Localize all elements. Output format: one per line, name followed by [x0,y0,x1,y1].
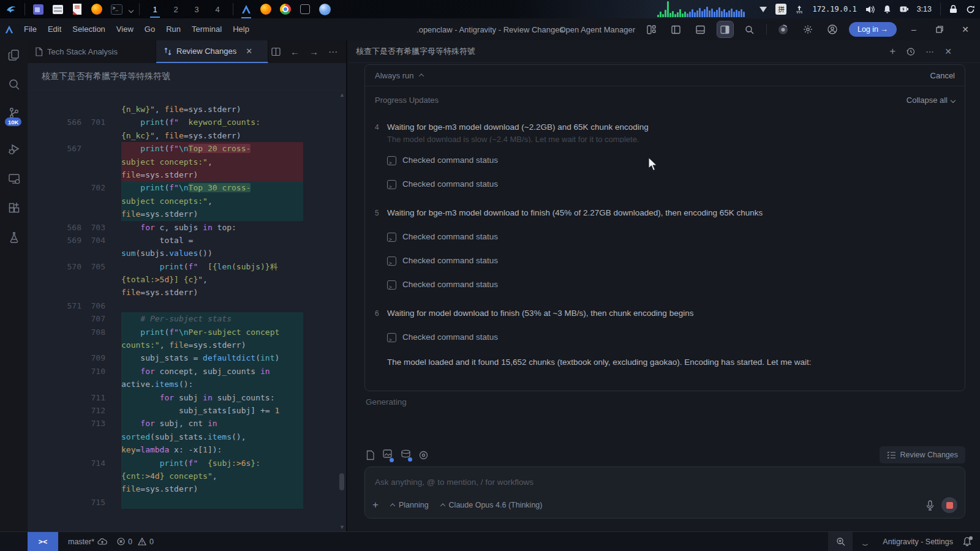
notifications-bell-icon[interactable] [883,5,891,13]
knowledge-icon[interactable] [401,449,411,460]
workspace-button[interactable]: 2 [170,4,181,15]
terminal-pinned-icon[interactable] [298,2,312,16]
volume-icon[interactable] [865,6,875,13]
vpn-triangle-icon[interactable] [760,7,767,12]
new-chat-icon[interactable]: + [889,45,895,58]
navigate-back-icon[interactable]: ← [290,47,300,57]
more-actions-icon[interactable]: ⋯ [328,47,337,58]
tab-tech-stack-analysis[interactable]: Tech Stack Analysis [28,40,156,63]
workspace-button[interactable]: 3 [191,4,202,15]
checked-command-row[interactable]: >Checked command status [387,178,955,190]
panel-close-icon[interactable]: ✕ [944,47,952,56]
checked-command-row[interactable]: >Checked command status [387,231,955,243]
close-window-button[interactable]: ✕ [957,21,974,38]
clock[interactable]: 3:13 [917,5,932,13]
graph-bar [694,12,696,17]
menu-selection[interactable]: Selection [67,18,110,40]
browser-icon[interactable] [775,21,791,37]
ip-address[interactable]: 172.19.0.1 [812,5,856,13]
menu-file[interactable]: File [18,18,42,40]
progress-item-title[interactable]: 5Waiting for bge-m3 model download to fi… [375,207,955,219]
search-sidebar-icon[interactable] [0,70,28,99]
cancel-button[interactable]: Cancel [930,71,955,80]
checked-command-row[interactable]: >Checked command status [387,279,955,291]
chat-input-box[interactable]: + Planning Claude Opus 4.6 (Thinking) [364,467,965,519]
attach-image-icon[interactable] [383,449,393,461]
git-branch-item[interactable]: master* [63,532,112,551]
input-method-icon[interactable]: 拼 [775,4,786,15]
terminal-dropdown-caret[interactable] [129,4,133,15]
antigravity-pinned-icon[interactable] [239,2,253,16]
progress-item-title[interactable]: 6Waiting for model download to finish (5… [375,307,955,320]
battery-icon[interactable] [900,6,908,13]
firefox-icon[interactable] [90,2,104,16]
run-debug-icon[interactable] [0,135,28,164]
chat-input[interactable] [375,474,955,489]
explorer-icon[interactable] [0,40,28,70]
settings-gear-icon[interactable] [800,21,816,37]
toggle-sidebar-icon[interactable] [668,21,684,37]
progress-item-title[interactable]: 4Waiting for bge-m3 model download (~2.2… [375,121,955,133]
attach-file-icon[interactable] [366,450,375,460]
search-icon[interactable] [742,21,758,37]
menu-terminal[interactable]: Terminal [186,18,227,40]
open-agent-manager-button[interactable]: Open Agent Manager [559,25,635,34]
model-selector[interactable]: Claude Opus 4.6 (Thinking) [441,501,543,509]
extensions-icon[interactable] [0,193,28,223]
layout-grid-icon[interactable] [644,21,660,37]
collapse-all-button[interactable]: Collapse all [907,96,955,105]
context-target-icon[interactable] [419,451,428,460]
mode-selector[interactable]: Planning [391,501,429,509]
menu-go[interactable]: Go [139,18,160,40]
logout-icon[interactable] [966,5,975,14]
zoom-status-icon[interactable] [828,532,853,551]
workspace-button[interactable]: 4 [212,4,223,15]
scroll-down-icon[interactable]: ▼ [339,524,345,530]
remote-explorer-icon[interactable] [0,164,28,193]
toggle-secondary-sidebar-icon[interactable] [717,21,733,37]
scroll-up-icon[interactable]: ▲ [339,92,345,98]
status-bell-icon[interactable] [958,532,980,551]
checked-command-row[interactable]: >Checked command status [387,154,955,167]
network-upload-icon[interactable] [795,5,804,13]
panel-more-icon[interactable]: ⋯ [925,47,934,56]
problems-item[interactable]: 0 0 [112,532,159,551]
editor-scrollbar[interactable]: ▲ ▼ [337,91,346,531]
menu-edit[interactable]: Edit [42,18,67,40]
split-editor-icon[interactable] [271,47,281,56]
firefox-pinned-icon[interactable] [259,2,273,16]
remote-indicator[interactable]: >< [28,532,58,551]
always-run-dropdown[interactable]: Always run [375,71,423,80]
microphone-icon[interactable] [926,500,934,511]
toggle-panel-icon[interactable] [693,21,709,37]
source-control-icon[interactable]: 10K [0,99,28,135]
history-icon[interactable] [906,47,915,56]
add-context-icon[interactable]: + [372,499,379,511]
menu-run[interactable]: Run [160,18,186,40]
stop-button[interactable] [941,497,957,513]
checked-command-row[interactable]: >Checked command status [387,331,955,343]
checked-command-row[interactable]: >Checked command status [387,255,955,267]
login-button[interactable]: Log in → [849,22,897,37]
navigate-forward-icon[interactable]: → [309,47,318,57]
chrome-pinned-icon[interactable] [279,2,292,16]
minimize-button[interactable]: – [905,21,922,38]
lock-icon[interactable] [949,5,957,13]
close-tab-icon[interactable]: ✕ [246,47,252,56]
review-changes-button[interactable]: Review Changes [880,446,966,463]
terminal-app-icon[interactable]: >_ [110,2,123,16]
workspace-button[interactable]: 1 [149,4,160,15]
kali-logo-icon[interactable] [5,2,18,16]
testing-beaker-icon[interactable] [0,223,28,252]
document-app-icon[interactable] [70,2,84,16]
app-settings-item[interactable]: Antigravity - Settings [878,532,958,551]
menu-help[interactable]: Help [227,18,255,40]
sphere-app-icon[interactable] [318,2,331,16]
menu-view[interactable]: View [111,18,139,40]
file-manager-icon[interactable] [51,2,64,16]
tab-review-changes[interactable]: Review Changes ✕ [156,40,268,63]
account-icon[interactable] [824,21,840,37]
window-app-icon[interactable] [31,2,45,16]
scrollbar-thumb[interactable] [339,473,344,490]
restore-button[interactable] [931,21,948,38]
